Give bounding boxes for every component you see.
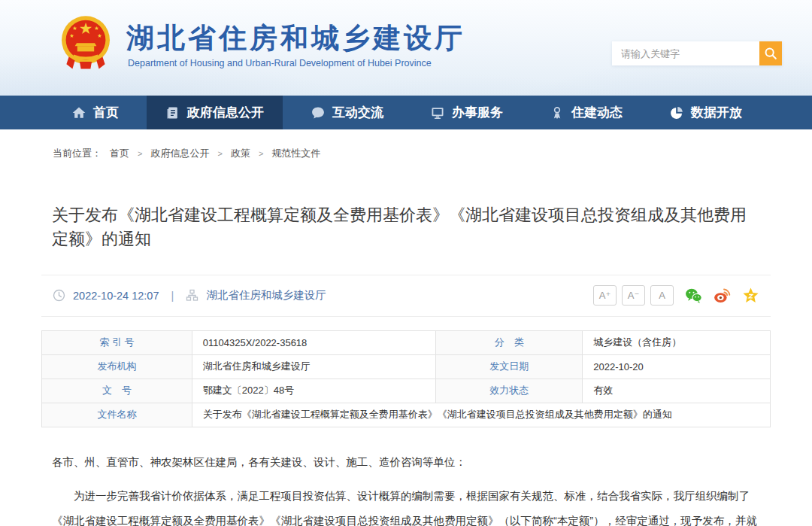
info-label-doc-name: 文件名称 bbox=[42, 403, 192, 427]
info-label-doc-number: 文 号 bbox=[42, 379, 192, 403]
svg-text:★: ★ bbox=[79, 20, 93, 37]
info-value-doc-number: 鄂建文〔2022〕48号 bbox=[192, 379, 436, 403]
document-icon bbox=[165, 105, 180, 120]
breadcrumb-item-gov-info[interactable]: 政府信息公开 bbox=[150, 147, 209, 160]
info-label-index-number: 索 引 号 bbox=[42, 330, 192, 354]
nav-label: 办事服务 bbox=[452, 104, 503, 121]
search-input[interactable] bbox=[612, 41, 759, 65]
meta-divider: | bbox=[171, 290, 174, 302]
info-value-validity-status: 有效 bbox=[583, 379, 771, 403]
font-decrease-button[interactable]: A⁻ bbox=[622, 285, 645, 306]
info-label-issuing-agency: 发布机构 bbox=[42, 354, 192, 379]
breadcrumb: 当前位置： 首页 > 政府信息公开 > 政策 > 规范性文件 bbox=[53, 147, 812, 160]
publish-time: 2022-10-24 12:07 bbox=[73, 290, 159, 302]
national-emblem-logo: ★ ★ ★ ★ ★ bbox=[56, 12, 116, 75]
svg-text:★: ★ bbox=[72, 25, 77, 32]
svg-text:★: ★ bbox=[69, 32, 74, 39]
article-meta-right: A⁺ A⁻ A bbox=[588, 285, 759, 306]
nav-label: 互动交流 bbox=[332, 104, 383, 121]
info-value-category: 城乡建设（含住房） bbox=[583, 330, 771, 354]
site-search bbox=[612, 41, 782, 65]
article-container: 关于发布《湖北省建设工程概算定额及全费用基价表》《湖北省建设项目总投资组成及其他… bbox=[41, 203, 771, 526]
nav-label: 数据开放 bbox=[691, 104, 742, 121]
person-badge-icon bbox=[550, 105, 565, 120]
breadcrumb-separator: > bbox=[138, 149, 142, 158]
wechat-share-icon[interactable] bbox=[685, 287, 702, 304]
info-value-issuing-agency: 湖北省住房和城乡建设厅 bbox=[192, 354, 436, 379]
table-row: 文件名称 关于发布《湖北省建设工程概算定额及全费用基价表》《湖北省建设项目总投资… bbox=[42, 403, 771, 427]
nav-label: 政府信息公开 bbox=[187, 104, 264, 121]
breadcrumb-prefix: 当前位置： bbox=[53, 147, 102, 160]
site-subtitle: Department of Housing and Urban-Rural De… bbox=[128, 58, 432, 68]
breadcrumb-separator: > bbox=[259, 149, 263, 158]
article-meta-left: 2022-10-24 12:07 | 湖北省住房和城乡建设厅 bbox=[53, 288, 326, 303]
info-value-index-number: 01104325X/2022-35618 bbox=[192, 330, 436, 354]
search-button[interactable] bbox=[759, 41, 782, 65]
article-body: 各市、州、直管市、神农架林区住建局，各有关建设、设计、施工、造价咨询等单位： 为… bbox=[52, 450, 760, 526]
breadcrumb-item-home[interactable]: 首页 bbox=[110, 147, 129, 160]
info-value-issue-date: 2022-10-20 bbox=[583, 354, 771, 379]
breadcrumb-item-policy[interactable]: 政策 bbox=[231, 147, 250, 160]
nav-item-interaction[interactable]: 互动交流 bbox=[292, 96, 402, 129]
nav-item-home[interactable]: 首页 bbox=[53, 96, 138, 129]
nav-item-open-data[interactable]: 数据开放 bbox=[650, 96, 761, 129]
article-title: 关于发布《湖北省建设工程概算定额及全费用基价表》《湖北省建设项目总投资组成及其他… bbox=[52, 203, 760, 251]
breadcrumb-separator: > bbox=[217, 149, 222, 158]
qzone-share-icon[interactable] bbox=[742, 287, 759, 304]
article-meta-row: 2022-10-24 12:07 | 湖北省住房和城乡建设厅 A⁺ A⁻ A bbox=[41, 275, 771, 317]
home-icon bbox=[71, 105, 86, 120]
font-reset-button[interactable]: A bbox=[650, 285, 674, 306]
font-increase-button[interactable]: A⁺ bbox=[593, 285, 617, 306]
body-paragraph-intro: 为进一步完善我省计价依据体系，满足工程项目投资估算、设计概算的编制需要，根据国家… bbox=[52, 484, 760, 526]
nav-item-services[interactable]: 办事服务 bbox=[411, 96, 522, 129]
nav-label: 住建动态 bbox=[571, 104, 623, 121]
weibo-share-icon[interactable] bbox=[714, 287, 731, 304]
article-source[interactable]: 湖北省住房和城乡建设厅 bbox=[206, 288, 326, 303]
site-title: 湖北省住房和城乡建设厅 bbox=[126, 20, 465, 57]
nav-item-news[interactable]: 住建动态 bbox=[531, 96, 641, 129]
table-row: 文 号 鄂建文〔2022〕48号 效力状态 有效 bbox=[42, 379, 771, 403]
info-value-doc-name: 关于发布《湖北省建设工程概算定额及全费用基价表》《湖北省建设项目总投资组成及其他… bbox=[192, 403, 770, 427]
main-nav: 首页 政府信息公开 互动交流 办事服务 住建动态 bbox=[0, 96, 812, 129]
monitor-icon bbox=[430, 105, 445, 120]
organization-icon bbox=[186, 289, 198, 302]
info-label-category: 分 类 bbox=[436, 330, 583, 354]
site-header: ★ ★ ★ ★ ★ 湖北省住房和城乡建设厅 Department of Hous… bbox=[0, 0, 812, 96]
table-row: 索 引 号 01104325X/2022-35618 分 类 城乡建设（含住房） bbox=[42, 330, 771, 354]
pie-chart-icon bbox=[669, 105, 684, 120]
breadcrumb-item-normative-docs[interactable]: 规范性文件 bbox=[271, 147, 320, 160]
clock-icon bbox=[53, 289, 65, 302]
search-icon bbox=[763, 46, 778, 61]
document-info-table: 索 引 号 01104325X/2022-35618 分 类 城乡建设（含住房）… bbox=[41, 330, 771, 427]
body-paragraph-salutation: 各市、州、直管市、神农架林区住建局，各有关建设、设计、施工、造价咨询等单位： bbox=[52, 450, 760, 475]
info-label-validity-status: 效力状态 bbox=[436, 379, 583, 403]
svg-text:★: ★ bbox=[97, 32, 102, 39]
chat-bubble-icon bbox=[311, 105, 326, 120]
info-label-issue-date: 发文日期 bbox=[436, 354, 583, 379]
svg-text:★: ★ bbox=[94, 25, 98, 32]
nav-item-gov-info[interactable]: 政府信息公开 bbox=[147, 96, 283, 129]
table-row: 发布机构 湖北省住房和城乡建设厅 发文日期 2022-10-20 bbox=[42, 354, 771, 379]
nav-label: 首页 bbox=[93, 104, 119, 121]
